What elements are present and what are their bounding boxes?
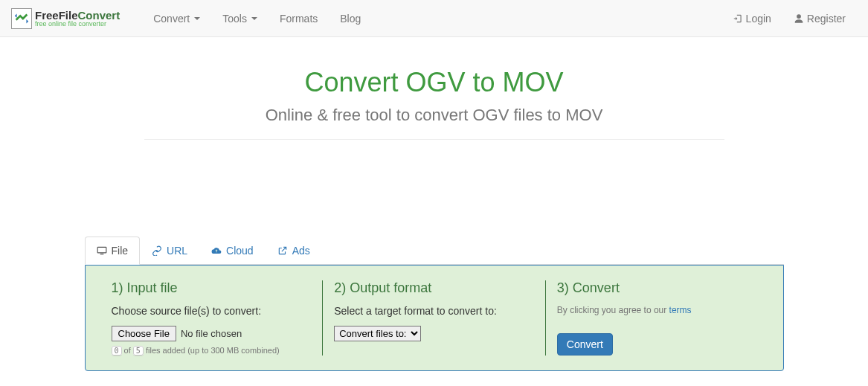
brand-text: FreeFileConvert free online file convert…: [35, 10, 120, 28]
cloud-icon: [211, 245, 222, 256]
navbar-left: FreeFileConvert free online file convert…: [11, 1, 372, 36]
page-subtitle: Online & free tool to convert OGV files …: [144, 106, 724, 125]
navbar-right: Login Register: [721, 1, 857, 36]
user-icon: [794, 13, 804, 24]
login-icon: [733, 13, 743, 24]
step2-title: 2) Output format: [334, 280, 534, 296]
main-container: Convert OGV to MOV Online & free tool to…: [74, 67, 795, 371]
step-2: 2) Output format Select a target format …: [323, 280, 546, 356]
step3-title: 3) Convert: [557, 280, 757, 296]
tab-ads[interactable]: Ads: [266, 237, 322, 265]
link-icon: [152, 245, 162, 256]
files-limit-text: files added (up to 300 MB combined): [146, 346, 280, 355]
register-link[interactable]: Register: [782, 1, 857, 36]
file-limits: 0 of 5 files added (up to 300 MB combine…: [112, 346, 312, 355]
step-1: 1) Input file Choose source file(s) to c…: [100, 280, 324, 356]
nav-convert[interactable]: Convert: [142, 1, 211, 36]
nav-formats[interactable]: Formats: [269, 1, 329, 36]
of-text: of: [124, 346, 131, 355]
terms-link[interactable]: terms: [669, 305, 692, 315]
page-header: Convert OGV to MOV Online & free tool to…: [144, 67, 724, 140]
step-3: 3) Convert By clicking you agree to our …: [546, 280, 768, 356]
svg-rect-1: [100, 254, 103, 254]
svg-rect-0: [97, 247, 106, 253]
tab-file[interactable]: File: [85, 237, 141, 265]
step1-title: 1) Input file: [112, 280, 312, 296]
page-title: Convert OGV to MOV: [144, 67, 724, 98]
tabs-wrap: File URL Cloud Ads: [85, 237, 784, 371]
brand-link[interactable]: FreeFileConvert free online file convert…: [11, 8, 120, 29]
caret-icon: [194, 17, 200, 20]
step3-desc: By clicking you agree to our terms: [557, 305, 757, 315]
format-select[interactable]: Convert files to:: [334, 326, 421, 341]
nav-blog[interactable]: Blog: [329, 1, 372, 36]
tab-url-label: URL: [167, 245, 187, 257]
tab-url[interactable]: URL: [140, 237, 199, 265]
tab-cloud[interactable]: Cloud: [199, 237, 266, 265]
tab-ads-label: Ads: [292, 245, 310, 257]
file-input-row: Choose File No file chosen: [112, 326, 312, 341]
panel: 1) Input file Choose source file(s) to c…: [85, 265, 784, 371]
nav-tools[interactable]: Tools: [211, 1, 269, 36]
brand-sub: free online file converter: [35, 21, 120, 28]
tab-cloud-label: Cloud: [226, 245, 254, 257]
step2-desc: Select a target format to convert to:: [334, 305, 534, 317]
brand-main2: Convert: [78, 9, 120, 22]
monitor-icon: [97, 245, 107, 256]
step1-desc: Choose source file(s) to convert:: [112, 305, 312, 317]
nav-blog-label: Blog: [340, 13, 361, 25]
external-icon: [277, 245, 288, 256]
no-file-text: No file chosen: [181, 328, 242, 339]
files-max-count: 5: [133, 346, 144, 356]
convert-button[interactable]: Convert: [557, 333, 613, 356]
register-label: Register: [807, 13, 846, 25]
login-label: Login: [746, 13, 771, 25]
nav-convert-label: Convert: [153, 13, 190, 25]
logo-icon: [11, 8, 32, 29]
nav-formats-label: Formats: [280, 13, 318, 25]
brand-main1: FreeFile: [35, 9, 78, 22]
nav-tools-label: Tools: [222, 13, 247, 25]
choose-file-button[interactable]: Choose File: [112, 326, 176, 341]
files-added-count: 0: [112, 346, 122, 356]
nav-tabs: File URL Cloud Ads: [85, 237, 784, 265]
nav-links: Convert Tools Formats Blog: [142, 1, 372, 36]
navbar: FreeFileConvert free online file convert…: [0, 0, 868, 37]
login-link[interactable]: Login: [721, 1, 782, 36]
tab-file-label: File: [112, 245, 129, 257]
agree-text: By clicking you agree to our: [557, 305, 669, 315]
caret-icon: [251, 17, 257, 20]
